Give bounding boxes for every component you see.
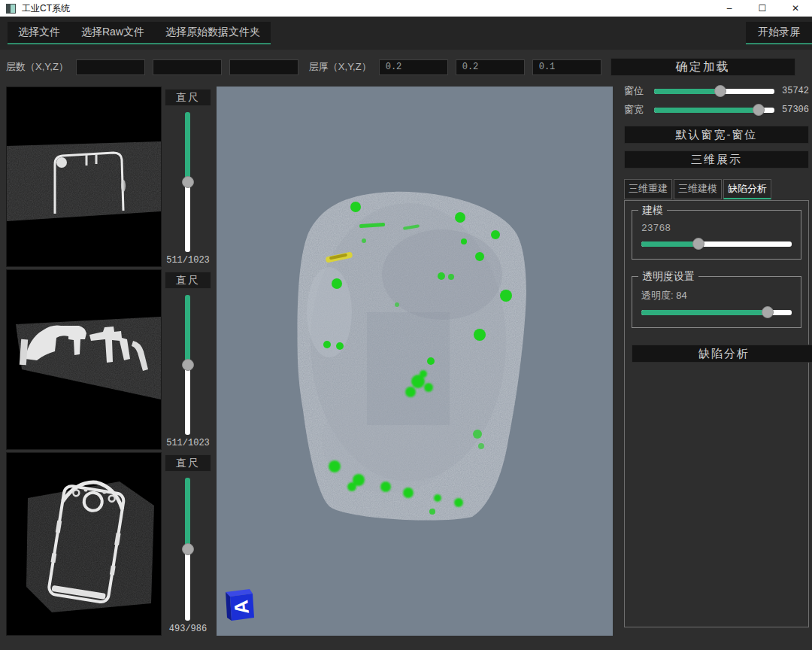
slice-slider-thumb-3[interactable] <box>182 543 194 555</box>
orientation-cube: A <box>226 589 254 621</box>
slice-view-coronal: 直尺 511/1023 <box>6 269 217 450</box>
slice-controls-coronal: 直尺 511/1023 <box>162 269 214 450</box>
select-raw-file-button[interactable]: 选择Raw文件 <box>71 22 155 43</box>
tab-defect-analysis[interactable]: 缺陷分析 <box>723 179 771 199</box>
window-level-value: 35742 <box>779 86 809 96</box>
opacity-slider-thumb[interactable] <box>762 306 774 318</box>
modeling-groupbox: 建模 23768 <box>632 210 801 260</box>
slice-view-sagittal: 直尺 493/986 <box>6 452 217 636</box>
window-width-fill <box>654 108 759 113</box>
layers-x-input[interactable] <box>76 59 145 75</box>
maximize-button[interactable]: ☐ <box>746 0 779 17</box>
close-button[interactable]: ✕ <box>779 0 812 17</box>
layers-y-input[interactable] <box>153 59 222 75</box>
layers-label: 层数（X,Y,Z） <box>6 60 68 74</box>
slice-slider-thumb-2[interactable] <box>182 359 194 371</box>
thickness-label: 层厚（X,Y,Z） <box>309 60 371 74</box>
slice-position-2: 511/1023 <box>166 438 210 448</box>
slice-slider-3[interactable] <box>182 478 194 621</box>
opacity-slider-fill <box>641 310 768 315</box>
parameter-row: 层数（X,Y,Z） 层厚（X,Y,Z） 确定加载 <box>0 57 812 77</box>
titlebar: 工业CT系统 – ☐ ✕ <box>0 0 812 17</box>
slice-slider-2[interactable] <box>182 295 194 435</box>
app-icon <box>6 4 16 14</box>
tab-3d-reconstruction[interactable]: 三维重建 <box>624 179 672 199</box>
window-level-row: 窗位 35742 <box>624 84 809 98</box>
ruler-button-2[interactable]: 直尺 <box>165 272 211 289</box>
viewport-3d[interactable]: A <box>217 87 613 636</box>
modeling-slider[interactable] <box>641 241 792 247</box>
defect-analysis-tab-page: 建模 23768 透明度设置 透明度: 84 缺陷分析 <box>624 200 809 627</box>
window-width-thumb[interactable] <box>753 104 765 116</box>
slice-slider-thumb-1[interactable] <box>182 176 194 188</box>
window-width-value: 57306 <box>779 105 809 115</box>
minimize-button[interactable]: – <box>713 0 746 17</box>
opacity-slider[interactable] <box>641 310 792 315</box>
slice-controls-axial: 直尺 511/1023 <box>162 87 214 267</box>
window-level-fill <box>654 89 720 94</box>
slice-position-1: 511/1023 <box>166 255 210 266</box>
thickness-x-input[interactable] <box>379 59 448 75</box>
slice-slider-1[interactable] <box>182 112 194 252</box>
modeling-slider-fill <box>641 241 698 247</box>
opacity-value-label: 透明度: 84 <box>641 289 793 302</box>
defect-analysis-button[interactable]: 缺陷分析 <box>632 345 812 363</box>
opacity-group-title: 透明度设置 <box>638 270 698 284</box>
right-panel: 窗位 35742 窗宽 57306 默认窗宽-窗位 三维展示 三维重建 三维建模… <box>624 84 809 627</box>
slice-controls-sagittal: 直尺 493/986 <box>162 452 214 636</box>
window-level-label: 窗位 <box>624 84 650 98</box>
slice-image-axial[interactable] <box>6 87 162 267</box>
tab-3d-modeling[interactable]: 三维建模 <box>674 179 722 199</box>
slice-view-axial: 直尺 511/1023 <box>6 87 217 267</box>
window-width-label: 窗宽 <box>624 103 650 117</box>
window-title: 工业CT系统 <box>22 2 70 15</box>
window-level-slider[interactable] <box>654 89 774 94</box>
modeling-slider-thumb[interactable] <box>692 238 704 250</box>
modeling-group-title: 建模 <box>638 204 667 217</box>
display-3d-button[interactable]: 三维展示 <box>624 150 809 169</box>
modeling-value: 23768 <box>641 223 793 234</box>
default-ww-wl-button[interactable]: 默认窗宽-窗位 <box>624 126 809 144</box>
layers-z-input[interactable] <box>229 59 298 75</box>
app-window: 工业CT系统 – ☐ ✕ 选择文件 选择Raw文件 选择原始数据文件夹 开始录屏… <box>0 0 812 650</box>
slice-position-3: 493/986 <box>169 624 207 634</box>
thickness-z-input[interactable] <box>532 59 601 75</box>
window-controls: – ☐ ✕ <box>713 0 812 17</box>
slice-image-coronal[interactable] <box>6 269 162 450</box>
opacity-groupbox: 透明度设置 透明度: 84 <box>632 276 801 328</box>
start-recording-button[interactable]: 开始录屏 <box>746 22 812 44</box>
ruler-button-1[interactable]: 直尺 <box>165 89 211 106</box>
analysis-tabs: 三维重建 三维建模 缺陷分析 <box>624 179 809 199</box>
select-file-button[interactable]: 选择文件 <box>8 22 71 43</box>
window-width-row: 窗宽 57306 <box>624 103 809 117</box>
confirm-load-button[interactable]: 确定加载 <box>611 58 795 76</box>
window-width-slider[interactable] <box>654 108 774 113</box>
select-raw-data-folder-button[interactable]: 选择原始数据文件夹 <box>155 22 271 43</box>
toolbar: 选择文件 选择Raw文件 选择原始数据文件夹 开始录屏 <box>0 17 812 50</box>
thickness-y-input[interactable] <box>456 59 525 75</box>
ruler-button-3[interactable]: 直尺 <box>165 454 211 472</box>
file-buttons-group: 选择文件 选择Raw文件 选择原始数据文件夹 <box>8 22 271 44</box>
slice-image-sagittal[interactable] <box>6 452 162 636</box>
window-level-thumb[interactable] <box>714 85 726 97</box>
svg-text:A: A <box>229 599 253 615</box>
